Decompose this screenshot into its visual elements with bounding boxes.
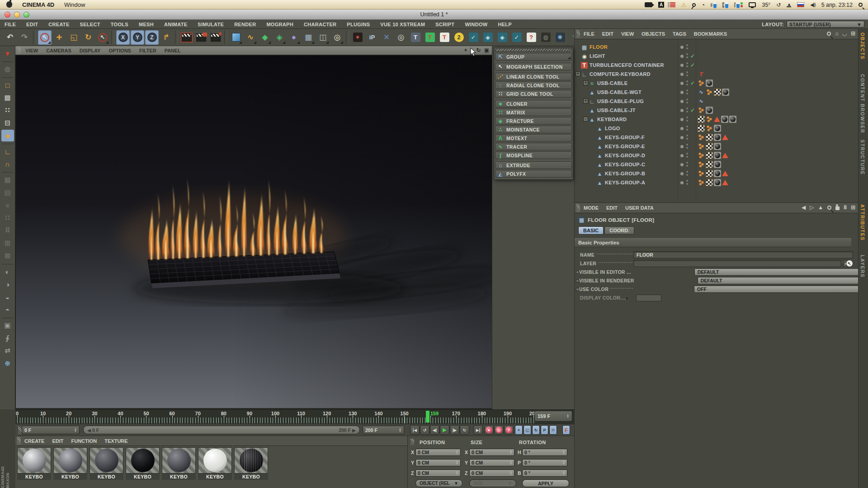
phong-tag[interactable] [698, 179, 705, 186]
render-visibility-dots[interactable] [686, 71, 688, 76]
coord-mode-dropdown[interactable]: OBJECT (REL▼ [415, 479, 462, 487]
record-options-button[interactable]: ? [504, 425, 514, 435]
lock-z-axis-icon[interactable]: Z [145, 30, 159, 45]
model-mode-icon[interactable]: □ [1, 79, 14, 91]
object-name[interactable]: USB-CABLE-PLUG [597, 99, 644, 104]
add-light-icon[interactable]: ◎ [330, 30, 344, 45]
mac-app-menu[interactable]: CINEMA 4D [22, 1, 54, 8]
tree-row-keys-group-d[interactable]: ▲KEYS-GROUP-D [575, 151, 858, 160]
tree-row-turbulencefd container[interactable]: TTURBULENCEFD CONTAINER✓ [575, 61, 858, 70]
forward-icon[interactable]: ▷ [810, 204, 814, 211]
menu-script[interactable]: SCRIPT [435, 22, 454, 27]
editor-visibility-dot[interactable] [680, 46, 684, 49]
object-name[interactable]: USB-CABLE [597, 80, 627, 86]
coord-field-position-y[interactable]: 0 CM▲▼ [415, 459, 461, 466]
coord-field-rotation-p[interactable]: 0 °▲▼ [522, 459, 567, 466]
adobe-icon[interactable]: A [658, 2, 664, 8]
axis-mode-icon[interactable]: ∟ [1, 145, 14, 157]
autokey-button[interactable]: ◎ [494, 425, 504, 435]
ru-input-flag-icon[interactable] [797, 2, 804, 7]
gear-icon[interactable]: ✱ [553, 30, 567, 45]
uvw-tag[interactable] [706, 170, 713, 177]
editor-visibility-dot[interactable] [680, 118, 684, 121]
coord-field-rotation-h[interactable]: 0 °▲▼ [522, 449, 567, 456]
uvw-tag[interactable] [698, 116, 705, 123]
expand-toggle[interactable]: - [583, 117, 588, 122]
viewport-menu-cameras[interactable]: CAMERAS [46, 48, 71, 53]
material-menu-function[interactable]: FUNCTION [71, 438, 97, 444]
viewport-menu-view[interactable]: VIEW [25, 48, 38, 53]
object-name[interactable]: KEYS-GROUP-C [605, 162, 645, 167]
toggle-views-icon[interactable]: ▣ [484, 47, 489, 53]
rotate-icon[interactable]: ↻ [81, 30, 95, 45]
history-icon[interactable]: ↺ [776, 2, 781, 8]
panel-grip[interactable] [410, 439, 414, 445]
make-editable-icon[interactable]: ▼ [1, 47, 14, 59]
side-tab-layers[interactable]: LAYERS [860, 255, 865, 278]
timeline-range-scrollbar[interactable]: ◀ 0 F200 F ▶ [83, 426, 360, 434]
workplane-c-icon[interactable]: ◒ [1, 291, 14, 303]
section-header[interactable]: Basic Properties [575, 238, 851, 247]
expand-toggle[interactable]: + [576, 71, 580, 76]
check-ring-2-icon[interactable]: ✓ [510, 30, 524, 45]
window-titlebar[interactable]: Untitled 1 * [0, 9, 868, 20]
material-item-6[interactable]: KEYBO [198, 447, 232, 480]
render-visibility-dots[interactable] [686, 144, 688, 149]
apply-button[interactable]: APPLY [522, 479, 569, 487]
render-visibility-dots[interactable] [686, 171, 688, 176]
om-menu-tags[interactable]: TAGS [673, 31, 686, 37]
om-menu-file[interactable]: FILE [584, 31, 594, 37]
editor-visibility-dot[interactable] [680, 154, 684, 157]
mac-window-menu[interactable]: Window [64, 1, 85, 8]
editor-visibility-dot[interactable] [680, 127, 684, 130]
material-tag[interactable] [722, 89, 729, 96]
expand-toggle[interactable]: + [583, 99, 588, 103]
material-menu-edit[interactable]: EDIT [52, 438, 63, 444]
mograph-item-tracer[interactable]: ∿TRACER [495, 143, 572, 150]
spiral-icon[interactable]: ∮ [1, 332, 14, 344]
side-tab-attributes[interactable]: ATTRIBUTES [860, 204, 865, 241]
orbit-view-icon[interactable]: ↻ [476, 47, 481, 53]
viewport-menu-options[interactable]: OPTIONS [108, 48, 131, 53]
render-visibility-dots[interactable] [686, 126, 688, 131]
editor-visibility-dot[interactable] [680, 109, 684, 112]
phong-tag[interactable] [698, 170, 705, 177]
mograph-item-matrix[interactable]: ∷MATRIX [495, 108, 572, 116]
om-menu-edit[interactable]: EDIT [602, 31, 613, 37]
grid-e-icon[interactable]: ⠿ [1, 225, 14, 236]
pin-icon[interactable]: ▲ [818, 204, 823, 211]
uvw-tag[interactable] [706, 134, 713, 141]
attr-menu-mode[interactable]: MODE [584, 205, 599, 211]
tab-basic[interactable]: BASIC [578, 226, 604, 235]
material-tag[interactable] [729, 116, 736, 123]
menu-render[interactable]: RENDER [234, 22, 256, 27]
zoom-button[interactable] [24, 12, 29, 18]
apple-menu-icon[interactable] [6, 1, 12, 8]
phong-tag[interactable] [698, 161, 705, 168]
check-ring-icon[interactable]: ✓ [467, 30, 480, 45]
phong-tag[interactable] [706, 125, 713, 132]
tree-row-keys-group-b[interactable]: ▲KEYS-GROUP-B [575, 169, 858, 178]
side-tab-structure[interactable]: STRUCTURE [860, 140, 865, 175]
back-icon[interactable]: ◀ [802, 204, 806, 211]
previous-frame-button[interactable]: ◀| [430, 425, 439, 435]
editor-visibility-dot[interactable] [680, 82, 684, 85]
scale-icon[interactable]: ◱ [67, 30, 80, 45]
material-item-5[interactable]: KEYBO [162, 447, 196, 480]
key-icon[interactable] [691, 2, 696, 7]
object-name[interactable]: KEYBOARD [597, 117, 627, 122]
viewport-3d-scene[interactable] [15, 55, 492, 408]
sphere-grid-icon[interactable]: ◍ [539, 30, 552, 45]
attr-menu-user-data[interactable]: USER DATA [625, 205, 654, 211]
render-visibility-dots[interactable] [686, 135, 688, 140]
visible-dropdown[interactable]: DEFAULT [694, 268, 868, 276]
tree-row-usb-cable-plug[interactable]: +∟USB-CABLE-PLUG∿ [575, 97, 858, 106]
layer-picker-icon[interactable]: ↖ [846, 260, 853, 267]
add-environment-icon[interactable]: ▦ [302, 30, 315, 45]
attr-menu-edit[interactable]: EDIT [606, 205, 618, 211]
workplane-d-icon[interactable]: ◓ [1, 304, 14, 315]
editor-visibility-dot[interactable] [680, 55, 684, 58]
plugin-figure-icon[interactable]: ✕ [380, 30, 393, 45]
menu-tearoff-strip[interactable] [495, 48, 572, 52]
triangle-tag[interactable] [722, 135, 728, 140]
